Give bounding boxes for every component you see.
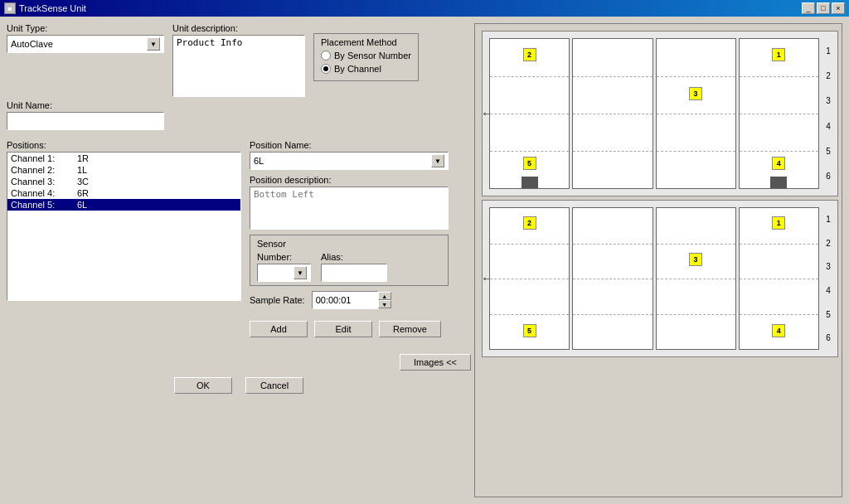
sample-rate-label: Sample Rate: bbox=[250, 295, 305, 305]
position-desc-label: Position description: bbox=[250, 175, 449, 185]
sensor-alias-label: Alias: bbox=[321, 252, 387, 262]
positions-list-group: Positions: Channel 1:1R Channel 2:1L Cha… bbox=[7, 140, 241, 337]
unit-desc-textarea[interactable]: Product Info bbox=[172, 35, 305, 97]
placement-radio1-label: By Sensor Number bbox=[334, 51, 411, 61]
placement-group: Placement Method By Sensor Number By Cha… bbox=[313, 33, 419, 81]
bottom-buttons: Images << bbox=[7, 354, 471, 371]
close-button[interactable]: × bbox=[832, 2, 845, 14]
app-icon: ■ bbox=[4, 2, 16, 14]
unit-desc-group: Unit description: Product Info bbox=[172, 23, 305, 97]
position-name-group: Position Name: 6L ▼ bbox=[250, 140, 449, 170]
top-footer-bar-3 bbox=[770, 177, 787, 188]
top-diagram-cols: 2 5 3 bbox=[489, 38, 819, 189]
badge-top-2: 2 bbox=[523, 48, 536, 61]
sensor-number-arrow[interactable]: ▼ bbox=[294, 266, 307, 279]
spin-down[interactable]: ▼ bbox=[378, 300, 391, 308]
sensor-number-combo[interactable]: ▼ bbox=[257, 264, 311, 282]
action-buttons: Add Edit Remove bbox=[250, 321, 449, 337]
edit-button[interactable]: Edit bbox=[314, 321, 372, 337]
placement-legend: Placement Method bbox=[321, 37, 411, 47]
badge-bottom-3: 3 bbox=[689, 253, 702, 266]
unit-type-combo[interactable]: AutoClave ▼ bbox=[7, 35, 164, 53]
placement-radio2[interactable] bbox=[321, 64, 331, 74]
top-row-nums: 1 2 3 4 5 6 bbox=[821, 38, 836, 189]
window-title: TrackSense Unit bbox=[19, 3, 86, 13]
bottom-row-nums: 1 2 3 4 5 6 bbox=[821, 207, 836, 350]
cancel-button[interactable]: Cancel bbox=[245, 377, 303, 394]
minimize-button[interactable]: _ bbox=[802, 2, 815, 14]
top-col-0: 2 5 bbox=[489, 38, 570, 189]
list-item[interactable]: Channel 1:1R bbox=[7, 153, 240, 164]
badge-top-3: 3 bbox=[689, 87, 702, 100]
badge-top-4: 4 bbox=[772, 157, 785, 170]
positions-section: Positions: Channel 1:1R Channel 2:1L Cha… bbox=[7, 140, 471, 337]
position-name-arrow[interactable]: ▼ bbox=[431, 154, 444, 167]
placement-radio2-label: By Channel bbox=[334, 64, 381, 74]
sample-rate-row: Sample Rate: 00:00:01 ▲ ▼ bbox=[250, 291, 449, 309]
unit-desc-label: Unit description: bbox=[172, 23, 305, 33]
badge-top-1: 1 bbox=[772, 48, 785, 61]
left-panel: Unit Type: AutoClave ▼ Unit description:… bbox=[7, 23, 471, 394]
top-diagram: ← 2 5 bbox=[482, 31, 838, 196]
top-footer-bar-0 bbox=[522, 177, 538, 188]
list-item-selected[interactable]: Channel 5:6L bbox=[7, 199, 240, 211]
position-name-value: 6L bbox=[254, 156, 264, 166]
badge-bottom-5: 5 bbox=[523, 324, 536, 337]
sample-rate-spinner[interactable]: ▲ ▼ bbox=[378, 292, 391, 308]
sensor-alias-input[interactable] bbox=[321, 264, 387, 282]
badge-bottom-4: 4 bbox=[772, 324, 785, 337]
unit-type-arrow[interactable]: ▼ bbox=[147, 37, 160, 51]
window-controls: _ □ × bbox=[802, 2, 845, 14]
position-desc-textarea[interactable] bbox=[250, 187, 449, 230]
sensor-group: Sensor Number: ▼ Alias: bbox=[250, 235, 449, 286]
bottom-diagram-cols: 2 5 3 bbox=[489, 207, 819, 350]
sample-rate-value: 00:00:01 bbox=[316, 295, 352, 305]
bottom-col-1 bbox=[572, 207, 653, 350]
position-name-label: Position Name: bbox=[250, 140, 449, 150]
unit-type-label: Unit Type: bbox=[7, 23, 164, 33]
unit-name-label: Unit Name: bbox=[7, 100, 471, 110]
remove-button[interactable]: Remove bbox=[379, 321, 441, 337]
list-item[interactable]: Channel 3:3C bbox=[7, 176, 240, 187]
placement-radio2-row: By Channel bbox=[321, 64, 411, 74]
images-button[interactable]: Images << bbox=[400, 354, 471, 371]
unit-name-input[interactable] bbox=[7, 112, 164, 130]
unit-name-group: Unit Name: bbox=[7, 100, 471, 130]
bottom-col-0: 2 5 bbox=[489, 207, 570, 350]
maximize-button[interactable]: □ bbox=[817, 2, 830, 14]
bottom-diagram: ← 2 5 bbox=[482, 200, 838, 357]
top-col-3: 1 4 bbox=[739, 38, 819, 189]
unit-type-value: AutoClave bbox=[11, 39, 53, 49]
title-bar: ■ TrackSense Unit _ □ × bbox=[0, 0, 849, 17]
right-panel: ← 2 5 bbox=[474, 23, 842, 497]
badge-top-5: 5 bbox=[523, 157, 536, 170]
bottom-col-3: 1 4 bbox=[739, 207, 819, 350]
top-col-2: 3 bbox=[656, 38, 736, 189]
top-diagram-container: ← 2 5 bbox=[482, 31, 838, 196]
position-desc-group: Position description: bbox=[250, 175, 449, 230]
list-item[interactable]: Channel 2:1L bbox=[7, 164, 240, 176]
sensor-number-label: Number: bbox=[257, 252, 311, 262]
position-name-combo[interactable]: 6L ▼ bbox=[250, 152, 449, 170]
unit-type-group: Unit Type: AutoClave ▼ bbox=[7, 23, 164, 53]
ok-cancel-buttons: OK Cancel bbox=[7, 377, 471, 394]
bottom-col-2: 3 bbox=[656, 207, 736, 350]
placement-radio1[interactable] bbox=[321, 51, 331, 61]
positions-label: Positions: bbox=[7, 140, 241, 150]
sensor-alias-group: Alias: bbox=[321, 252, 387, 282]
main-window: Unit Type: AutoClave ▼ Unit description:… bbox=[0, 17, 849, 504]
placement-radio1-row: By Sensor Number bbox=[321, 51, 411, 61]
bottom-diagram-container: ← 2 5 bbox=[482, 200, 838, 357]
badge-bottom-2: 2 bbox=[523, 216, 536, 230]
top-col-1 bbox=[572, 38, 653, 189]
position-form: Position Name: 6L ▼ Position description… bbox=[250, 140, 449, 337]
positions-list[interactable]: Channel 1:1R Channel 2:1L Channel 3:3C C… bbox=[7, 152, 241, 301]
ok-button[interactable]: OK bbox=[174, 377, 232, 394]
sensor-number-group: Number: ▼ bbox=[257, 252, 311, 282]
list-item[interactable]: Channel 4:6R bbox=[7, 187, 240, 199]
badge-bottom-1: 1 bbox=[772, 216, 785, 230]
sample-rate-input[interactable]: 00:00:01 bbox=[312, 291, 378, 309]
sensor-legend: Sensor bbox=[257, 239, 441, 249]
add-button[interactable]: Add bbox=[250, 321, 308, 337]
spin-up[interactable]: ▲ bbox=[378, 292, 391, 300]
